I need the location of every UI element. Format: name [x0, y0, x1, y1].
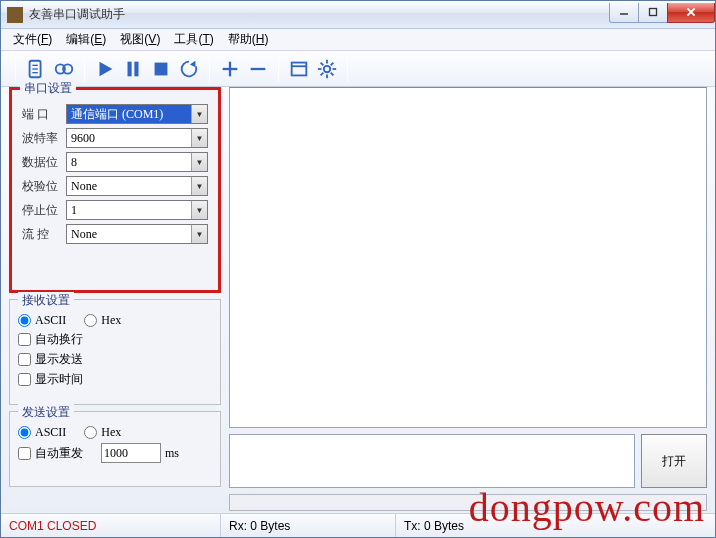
svg-line-25	[321, 62, 324, 65]
send-legend: 发送设置	[18, 404, 74, 421]
separator	[209, 56, 210, 82]
stopbits-label: 停止位	[22, 202, 66, 219]
svg-marker-14	[190, 60, 196, 66]
dropdown-arrow-icon: ▼	[191, 225, 207, 243]
window-button[interactable]	[285, 55, 313, 83]
svg-line-28	[331, 62, 334, 65]
status-port: COM1 CLOSED	[1, 514, 221, 537]
baud-label: 波特率	[22, 130, 66, 147]
auto-resend-check[interactable]: 自动重发	[18, 445, 83, 462]
svg-rect-1	[650, 9, 657, 16]
window-controls	[610, 3, 715, 23]
horizontal-scrollbar[interactable]	[229, 494, 707, 511]
receive-textarea[interactable]	[229, 87, 707, 428]
serial-legend: 串口设置	[20, 80, 76, 97]
port-label: 端 口	[22, 106, 66, 123]
separator	[84, 56, 85, 82]
baud-select[interactable]: 9600▼	[66, 128, 208, 148]
send-hex-input[interactable]	[84, 426, 97, 439]
send-ascii-radio[interactable]: ASCII	[18, 425, 66, 440]
serial-settings-group: 串口设置 端 口 通信端口 (COM1)▼ 波特率 9600▼ 数据位 8▼ 校…	[9, 87, 221, 293]
menu-edit[interactable]: 编辑(E)	[60, 29, 112, 50]
menu-tools[interactable]: 工具(T)	[168, 29, 219, 50]
dropdown-arrow-icon: ▼	[191, 201, 207, 219]
auto-wrap-input[interactable]	[18, 333, 31, 346]
port-select[interactable]: 通信端口 (COM1)▼	[66, 104, 208, 124]
status-tx: Tx: 0 Bytes	[396, 514, 715, 537]
menu-file[interactable]: 文件(F)	[7, 29, 58, 50]
show-time-input[interactable]	[18, 373, 31, 386]
show-time-check[interactable]: 显示时间	[18, 371, 83, 388]
dropdown-arrow-icon: ▼	[191, 153, 207, 171]
right-panel: 打开	[229, 87, 707, 511]
close-button[interactable]	[667, 3, 715, 23]
reload-button[interactable]	[175, 55, 203, 83]
minimize-button[interactable]	[609, 3, 639, 23]
svg-rect-12	[134, 61, 138, 76]
menu-help[interactable]: 帮助(H)	[222, 29, 275, 50]
left-panel: 串口设置 端 口 通信端口 (COM1)▼ 波特率 9600▼ 数据位 8▼ 校…	[9, 87, 221, 511]
show-send-check[interactable]: 显示发送	[18, 351, 83, 368]
databits-label: 数据位	[22, 154, 66, 171]
auto-resend-input[interactable]	[18, 447, 31, 460]
show-send-input[interactable]	[18, 353, 31, 366]
separator	[347, 56, 348, 82]
receive-legend: 接收设置	[18, 292, 74, 309]
separator	[15, 56, 16, 82]
send-hex-radio[interactable]: Hex	[84, 425, 121, 440]
separator	[278, 56, 279, 82]
databits-select[interactable]: 8▼	[66, 152, 208, 172]
parity-label: 校验位	[22, 178, 66, 195]
stop-button[interactable]	[147, 55, 175, 83]
settings-button[interactable]	[313, 55, 341, 83]
pause-button[interactable]	[119, 55, 147, 83]
recv-ascii-radio[interactable]: ASCII	[18, 313, 66, 328]
toolbar	[1, 51, 715, 87]
recv-hex-input[interactable]	[84, 314, 97, 327]
menubar: 文件(F) 编辑(E) 视图(V) 工具(T) 帮助(H)	[1, 29, 715, 51]
minus-button[interactable]	[244, 55, 272, 83]
dropdown-arrow-icon: ▼	[191, 105, 207, 123]
svg-line-27	[321, 72, 324, 75]
flow-label: 流 控	[22, 226, 66, 243]
app-icon	[7, 7, 23, 23]
svg-marker-10	[100, 61, 113, 76]
send-textarea[interactable]	[229, 434, 635, 488]
recv-ascii-input[interactable]	[18, 314, 31, 327]
send-row: 打开	[229, 434, 707, 488]
auto-wrap-check[interactable]: 自动换行	[18, 331, 83, 348]
record-button[interactable]	[50, 55, 78, 83]
play-button[interactable]	[91, 55, 119, 83]
window-title: 友善串口调试助手	[29, 6, 125, 23]
svg-line-26	[331, 72, 334, 75]
plus-button[interactable]	[216, 55, 244, 83]
send-settings-group: 发送设置 ASCII Hex 自动重发 1000 ms	[9, 411, 221, 487]
status-rx: Rx: 0 Bytes	[221, 514, 396, 537]
dropdown-arrow-icon: ▼	[191, 129, 207, 147]
receive-settings-group: 接收设置 ASCII Hex 自动换行 显示发送 显示时间	[9, 299, 221, 405]
parity-select[interactable]: None▼	[66, 176, 208, 196]
interval-spinner[interactable]: 1000	[101, 443, 161, 463]
svg-rect-11	[128, 61, 132, 76]
open-button[interactable]: 打开	[641, 434, 707, 488]
maximize-button[interactable]	[638, 3, 668, 23]
svg-rect-18	[292, 62, 307, 75]
dropdown-arrow-icon: ▼	[191, 177, 207, 195]
statusbar: COM1 CLOSED Rx: 0 Bytes Tx: 0 Bytes	[1, 513, 715, 537]
client-area: 串口设置 端 口 通信端口 (COM1)▼ 波特率 9600▼ 数据位 8▼ 校…	[9, 87, 707, 511]
flow-select[interactable]: None▼	[66, 224, 208, 244]
svg-point-20	[324, 65, 330, 71]
menu-view[interactable]: 视图(V)	[114, 29, 166, 50]
recv-hex-radio[interactable]: Hex	[84, 313, 121, 328]
send-ascii-input[interactable]	[18, 426, 31, 439]
interval-unit: ms	[165, 446, 179, 461]
titlebar: 友善串口调试助手	[1, 1, 715, 29]
stopbits-select[interactable]: 1▼	[66, 200, 208, 220]
new-button[interactable]	[22, 55, 50, 83]
app-window: 友善串口调试助手 文件(F) 编辑(E) 视图(V) 工具(T) 帮助(H)	[0, 0, 716, 538]
svg-rect-13	[155, 62, 168, 75]
